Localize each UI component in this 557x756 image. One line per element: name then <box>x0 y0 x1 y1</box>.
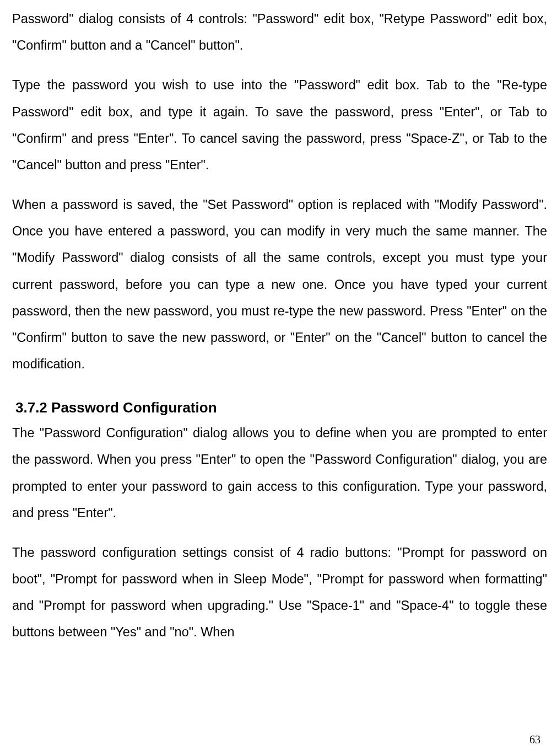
body-paragraph-4: The "Password Configuration" dialog allo… <box>12 420 547 526</box>
page-number: 63 <box>529 733 540 746</box>
body-paragraph-5: The password configuration settings cons… <box>12 539 547 646</box>
section-heading: 3.7.2 Password Configuration <box>12 399 547 416</box>
body-paragraph-2: Type the password you wish to use into t… <box>12 72 547 178</box>
body-paragraph-3: When a password is saved, the "Set Passw… <box>12 191 547 377</box>
body-paragraph-1: Password" dialog consists of 4 controls:… <box>12 6 547 58</box>
